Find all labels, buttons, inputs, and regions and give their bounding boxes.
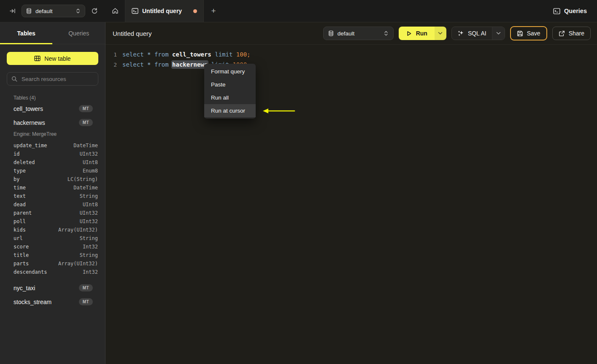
plus-icon: + — [211, 6, 216, 16]
page-title: Untitled query — [113, 30, 152, 37]
home-tab[interactable] — [105, 0, 125, 22]
share-external-icon — [559, 30, 565, 37]
home-icon — [112, 8, 119, 14]
topbar-database-value: default — [35, 8, 53, 14]
column-row: kidsArray(UInt32) — [0, 226, 105, 234]
editor-database-selector[interactable]: default — [323, 27, 394, 40]
column-row: parentUInt32 — [0, 209, 105, 217]
tables-section-label: Tables (4) — [14, 95, 105, 101]
terminal-icon — [553, 8, 560, 14]
topbar-right: Queries — [553, 0, 597, 22]
column-row: typeEnum8 — [0, 167, 105, 175]
menu-item-run-all[interactable]: Run all — [204, 91, 256, 104]
search-resources-box[interactable] — [7, 72, 98, 86]
queries-button[interactable]: Queries — [553, 8, 587, 14]
tab-bar: Untitled query + — [105, 0, 223, 22]
column-row: pollUInt32 — [0, 217, 105, 226]
table-icon — [34, 56, 41, 61]
active-tab-underline — [0, 43, 52, 44]
column-row: byLC(String) — [0, 175, 105, 183]
engine-badge: MT — [79, 105, 93, 112]
topbar-database-selector[interactable]: default — [22, 5, 85, 17]
code-token: select — [122, 61, 144, 68]
tab-untitled-query[interactable]: Untitled query — [125, 0, 204, 22]
save-button[interactable]: Save — [510, 26, 547, 40]
column-type: Int32 — [83, 269, 98, 275]
column-type: UInt8 — [83, 159, 98, 165]
save-label: Save — [527, 30, 540, 37]
column-type: Enum8 — [83, 168, 98, 174]
table-row-stocks_stream[interactable]: stocks_streamMT — [0, 295, 105, 309]
engine-label: Engine: MergeTree — [0, 130, 105, 138]
column-list: update_timeDateTimeidUInt32deletedUInt8t… — [0, 141, 105, 276]
code-token — [169, 51, 172, 58]
code-token — [151, 61, 154, 68]
table-row-hackernews[interactable]: hackernewsMT — [0, 116, 105, 129]
refresh-icon — [91, 8, 98, 14]
table-row-cell_towers[interactable]: cell_towersMT — [0, 102, 105, 116]
collapse-sidebar-button[interactable] — [10, 8, 16, 14]
menu-item-format-query[interactable]: Format query — [204, 65, 256, 78]
column-name: by — [14, 176, 19, 182]
editor-database-value: default — [338, 30, 355, 37]
sidebar-tab-tables[interactable]: Tables — [0, 22, 53, 44]
run-options-button[interactable] — [435, 27, 446, 40]
code-editor[interactable]: 1select * from cell_towers limit 100;2se… — [105, 45, 597, 70]
sidebar: Tables Queries New table Tables (4) cell… — [0, 22, 105, 364]
new-table-button[interactable]: New table — [7, 52, 98, 65]
column-type: UInt32 — [80, 218, 98, 224]
column-type: String — [80, 252, 98, 258]
table-name: hackernews — [14, 119, 45, 126]
refresh-button[interactable] — [91, 8, 98, 14]
updown-caret-icon — [76, 8, 81, 14]
sql-ai-button[interactable]: SQL AI — [452, 30, 492, 37]
new-table-label: New table — [44, 55, 70, 62]
run-button[interactable]: Run — [399, 27, 435, 40]
menu-item-paste[interactable]: Paste — [204, 78, 256, 91]
column-type: UInt32 — [80, 210, 98, 216]
run-label: Run — [416, 30, 427, 37]
table-row-nyc_taxi[interactable]: nyc_taxiMT — [0, 281, 105, 295]
line-number: 1 — [105, 51, 117, 58]
column-name: descendants — [14, 269, 47, 275]
engine-badge: MT — [79, 298, 93, 305]
code-token: limit — [215, 51, 232, 58]
code-token: hackernews — [172, 61, 208, 68]
column-type: Array(UInt32) — [58, 261, 98, 267]
code-token: from — [154, 61, 169, 68]
code-token — [169, 61, 172, 68]
column-type: UInt8 — [83, 202, 98, 208]
new-tab-button[interactable]: + — [204, 0, 223, 22]
code-token: from — [154, 51, 169, 58]
main-area: Untitled query default — [105, 22, 597, 364]
topbar-left: default — [0, 0, 105, 22]
menu-item-run-at-cursor[interactable]: Run at cursor — [204, 104, 256, 117]
column-type: DateTime — [73, 185, 98, 191]
column-row: partsArray(UInt32) — [0, 259, 105, 268]
column-name: title — [14, 252, 29, 258]
column-row: titleString — [0, 251, 105, 259]
sidebar-tab-queries[interactable]: Queries — [53, 22, 105, 44]
search-input[interactable] — [21, 75, 97, 83]
terminal-icon — [132, 8, 138, 14]
column-row: urlString — [0, 234, 105, 243]
column-type: Int32 — [83, 244, 98, 250]
column-name: type — [14, 168, 26, 174]
column-name: dead — [14, 202, 26, 208]
column-type: LC(String) — [68, 176, 98, 182]
code-line: 1select * from cell_towers limit 100; — [105, 49, 597, 59]
database-icon — [26, 8, 32, 14]
share-button[interactable]: Share — [552, 27, 591, 40]
sql-ai-options-button[interactable] — [492, 27, 505, 40]
column-type: Array(UInt32) — [58, 227, 98, 233]
column-name: update_time — [14, 143, 47, 148]
play-icon — [406, 30, 412, 37]
editor-header: Untitled query default — [105, 22, 597, 45]
code-token — [144, 61, 147, 68]
table-name: nyc_taxi — [14, 285, 35, 291]
sql-ai-label: SQL AI — [468, 30, 486, 37]
column-name: text — [14, 193, 26, 199]
code-token: cell_towers — [172, 51, 211, 58]
collapse-sidebar-icon — [10, 8, 16, 14]
column-name: kids — [14, 227, 26, 233]
